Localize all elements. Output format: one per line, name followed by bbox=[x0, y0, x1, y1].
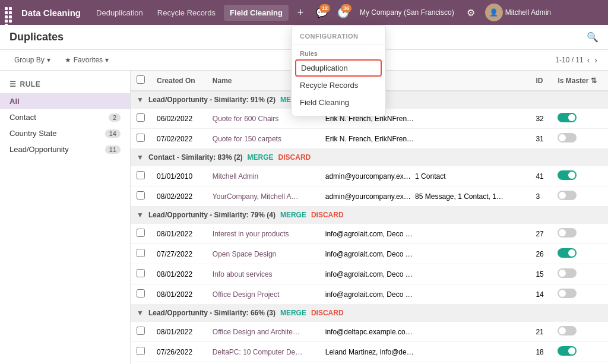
merge-btn-3[interactable]: MERGE bbox=[280, 211, 306, 219]
row-name-link[interactable]: Quote for 600 Chairs bbox=[213, 115, 278, 123]
add-icon-btn[interactable]: + bbox=[291, 3, 310, 22]
pagination-next[interactable]: › bbox=[593, 54, 598, 66]
th-id[interactable]: ID bbox=[530, 71, 552, 91]
discard-btn-4[interactable]: DISCARD bbox=[311, 309, 344, 317]
row-cb[interactable] bbox=[137, 191, 145, 200]
discard-btn-2[interactable]: DISCARD bbox=[278, 153, 311, 162]
row-id: 27 bbox=[530, 224, 552, 244]
user-avatar[interactable]: 👤 bbox=[485, 4, 503, 21]
row-name: Office Design and Archite… bbox=[207, 322, 319, 342]
discuss-icon-btn[interactable]: 💬 12 bbox=[312, 3, 331, 22]
row-cb[interactable] bbox=[137, 347, 145, 355]
apps-icon[interactable] bbox=[5, 7, 15, 18]
row-used-in: admin@yourcompany.ex… 1 Contact bbox=[319, 166, 530, 186]
row-name-link[interactable]: Mitchell Admin bbox=[213, 172, 258, 181]
row-used-in: info@agrolait.com, Deco … bbox=[319, 264, 530, 284]
avatar-image: 👤 bbox=[489, 8, 498, 17]
discard-btn-3[interactable]: DISCARD bbox=[311, 211, 344, 219]
th-is-master[interactable]: Is Master ⇅ bbox=[552, 71, 608, 91]
row-name-link[interactable]: Office Design Project bbox=[213, 290, 280, 299]
row-name-link[interactable]: Open Space Design bbox=[213, 250, 276, 258]
row-master bbox=[552, 166, 608, 186]
th-is-master-sort-icon: ⇅ bbox=[591, 77, 597, 85]
row-id: 14 bbox=[530, 284, 552, 305]
row-cb[interactable] bbox=[137, 134, 145, 142]
row-id: 18 bbox=[530, 342, 552, 362]
row-master bbox=[552, 322, 608, 342]
page-title: Duplicates bbox=[10, 31, 64, 43]
master-toggle[interactable] bbox=[558, 289, 577, 298]
dropdown-field-cleaning[interactable]: Field Cleaning bbox=[292, 94, 385, 111]
master-toggle[interactable] bbox=[558, 191, 577, 200]
star-icon: ★ bbox=[65, 56, 71, 64]
header-right: 🔍 bbox=[587, 31, 598, 43]
settings-icon: ⚙ bbox=[467, 7, 475, 18]
master-toggle[interactable] bbox=[558, 326, 577, 335]
master-toggle[interactable] bbox=[558, 133, 577, 143]
master-toggle[interactable] bbox=[558, 228, 577, 238]
row-cb[interactable] bbox=[137, 249, 145, 257]
row-used-in: Leland Martinez, info@de… bbox=[319, 342, 530, 362]
nav-deduplication[interactable]: Deduplication bbox=[90, 5, 149, 21]
table-row: 07/26/2022 DeltaPC: 10 Computer De… Lela… bbox=[131, 342, 608, 362]
select-all-checkbox[interactable] bbox=[137, 75, 145, 84]
group-label-4: Lead/Opportunity - Similarity: 66% (3) bbox=[148, 309, 276, 317]
user-name[interactable]: Mitchell Admin bbox=[505, 8, 551, 17]
favorites-button[interactable]: ★ Favorites ▾ bbox=[60, 53, 113, 67]
nav-field-cleaning[interactable]: Field Cleaning bbox=[224, 5, 289, 21]
used-in-email: admin@yourcompany.ex… bbox=[325, 172, 411, 181]
nav-recycle-records[interactable]: Recycle Records bbox=[151, 5, 221, 21]
row-name-link[interactable]: Interest in your products bbox=[213, 230, 289, 238]
row-id: 26 bbox=[530, 244, 552, 264]
row-cb[interactable] bbox=[137, 327, 145, 335]
row-cb[interactable] bbox=[137, 289, 145, 297]
row-name-link[interactable]: Office Design and Archite… bbox=[213, 328, 300, 336]
search-icon[interactable]: 🔍 bbox=[587, 31, 598, 43]
company-selector[interactable]: My Company (San Francisco) bbox=[355, 6, 459, 19]
sidebar-item-contact[interactable]: Contact 2 bbox=[0, 109, 130, 125]
table-body: ▼ Lead/Opportunity - Similarity: 91% (2)… bbox=[131, 91, 608, 362]
row-cb[interactable] bbox=[137, 269, 145, 277]
merge-btn-4[interactable]: MERGE bbox=[280, 309, 306, 317]
dropdown-recycle-records[interactable]: Recycle Records bbox=[292, 77, 385, 94]
master-toggle[interactable] bbox=[558, 268, 577, 278]
settings-icon-btn[interactable]: ⚙ bbox=[461, 3, 480, 22]
master-toggle[interactable] bbox=[558, 346, 577, 356]
row-name: Open Space Design bbox=[207, 244, 319, 264]
activity-icon-btn[interactable]: 🕐 36 bbox=[334, 3, 353, 22]
group-toggle-4[interactable]: ▼ bbox=[137, 309, 144, 317]
row-cb[interactable] bbox=[137, 113, 145, 122]
group-toggle-1[interactable]: ▼ bbox=[137, 96, 144, 104]
sidebar-item-country-state[interactable]: Country State 14 bbox=[0, 125, 130, 141]
group-by-button[interactable]: Group By ▾ bbox=[10, 53, 55, 67]
row-name: Interest in your products bbox=[207, 224, 319, 244]
topnav: Data Cleaning Deduplication Recycle Reco… bbox=[0, 0, 608, 25]
row-cb[interactable] bbox=[137, 229, 145, 237]
row-checkbox bbox=[131, 224, 151, 244]
row-name-link[interactable]: Info about services bbox=[213, 270, 273, 278]
row-name: Mitchell Admin bbox=[207, 166, 319, 186]
table-row: 08/01/2022 Info about services info@agro… bbox=[131, 264, 608, 284]
master-toggle[interactable] bbox=[558, 170, 577, 180]
row-checkbox bbox=[131, 264, 151, 284]
pagination-prev[interactable]: ‹ bbox=[586, 54, 591, 66]
merge-btn-2[interactable]: MERGE bbox=[248, 153, 274, 162]
master-toggle[interactable] bbox=[558, 248, 577, 258]
dropdown-deduplication[interactable]: Deduplication bbox=[295, 59, 382, 77]
row-date: 08/02/2022 bbox=[151, 186, 207, 207]
row-date: 08/01/2022 bbox=[151, 284, 207, 305]
table-row: 08/01/2022 Office Design and Archite… in… bbox=[131, 322, 608, 342]
row-name-link[interactable]: Quote for 150 carpets bbox=[213, 135, 281, 143]
row-name-link[interactable]: YourCompany, Mitchell A… bbox=[213, 192, 299, 201]
row-cb[interactable] bbox=[137, 171, 145, 179]
sidebar-item-lead-opportunity[interactable]: Lead/Opportunity 11 bbox=[0, 141, 130, 157]
dropdown-field-cleaning-label: Field Cleaning bbox=[300, 98, 349, 107]
group-toggle-2[interactable]: ▼ bbox=[137, 153, 144, 162]
group-toggle-3[interactable]: ▼ bbox=[137, 211, 144, 219]
row-name-link[interactable]: DeltaPC: 10 Computer De… bbox=[213, 348, 302, 356]
sidebar-header: ☰ RULE bbox=[0, 75, 130, 93]
master-toggle[interactable] bbox=[558, 113, 577, 122]
sidebar-item-all[interactable]: All bbox=[0, 93, 130, 109]
filter-icon: ☰ bbox=[10, 80, 17, 88]
th-created-on[interactable]: Created On bbox=[151, 71, 207, 91]
